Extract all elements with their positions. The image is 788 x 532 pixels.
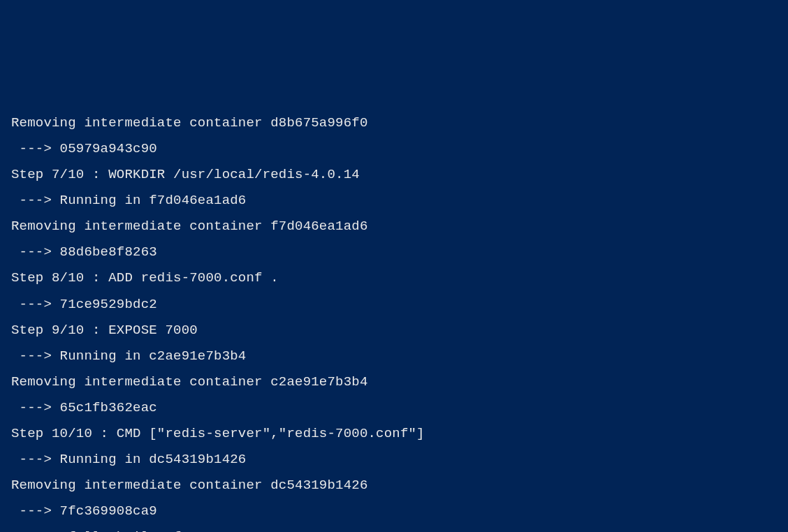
terminal-line: ---> 71ce9529bdc2 (11, 292, 777, 318)
terminal-line: Step 7/10 : WORKDIR /usr/local/redis-4.0… (11, 162, 777, 188)
terminal-line: ---> Running in c2ae91e7b3b4 (11, 343, 777, 369)
terminal-line: ---> 88d6be8f8263 (11, 239, 777, 265)
terminal-line: ---> 7fc369908ca9 (11, 498, 777, 524)
terminal-line: Removing intermediate container d8b675a9… (11, 110, 777, 136)
terminal-line: ---> Running in f7d046ea1ad6 (11, 188, 777, 214)
terminal-line: Step 8/10 : ADD redis-7000.conf . (11, 265, 777, 291)
terminal-line: Removing intermediate container dc54319b… (11, 473, 777, 498)
terminal-line: Step 10/10 : CMD ["redis-server","redis-… (11, 421, 777, 447)
terminal-line: ---> Running in dc54319b1426 (11, 447, 777, 473)
terminal-line: Removing intermediate container c2ae91e7… (11, 369, 777, 395)
terminal-line: ---> 05979a943c90 (11, 136, 777, 162)
terminal-line: Removing intermediate container f7d046ea… (11, 214, 777, 239)
terminal-line: Successfully built 7fc369908ca9 (11, 524, 777, 532)
terminal-output[interactable]: Removing intermediate container d8b675a9… (11, 110, 777, 532)
terminal-line: ---> 65c1fb362eac (11, 395, 777, 421)
terminal-line: Step 9/10 : EXPOSE 7000 (11, 318, 777, 343)
